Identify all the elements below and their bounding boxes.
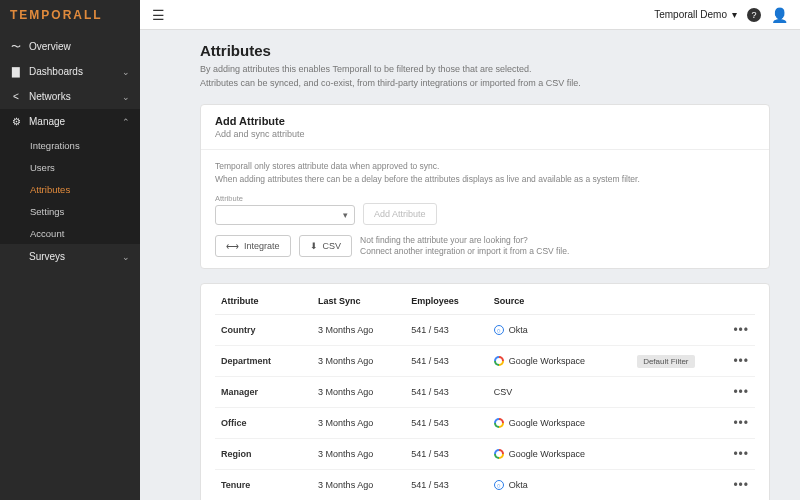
add-attribute-title: Add Attribute xyxy=(215,115,755,127)
attr-last-sync: 3 Months Ago xyxy=(312,408,405,439)
attributes-table-card: Attribute Last Sync Employees Source Cou… xyxy=(200,283,770,500)
caret-down-icon: ▾ xyxy=(732,9,737,20)
attribute-field-label: Attribute xyxy=(215,194,355,203)
attr-last-sync: 3 Months Ago xyxy=(312,315,405,346)
attr-name: Region xyxy=(215,439,312,470)
sub-users[interactable]: Users xyxy=(0,156,140,178)
nav-manage[interactable]: ⚙Manage ⌃ xyxy=(0,109,140,134)
help-icon[interactable]: ? xyxy=(747,8,761,22)
attr-employees: 541 / 543 xyxy=(405,346,488,377)
row-actions[interactable]: ••• xyxy=(727,315,755,346)
attr-last-sync: 3 Months Ago xyxy=(312,377,405,408)
nav-networks[interactable]: <Networks ⌄ xyxy=(0,84,140,109)
attr-name: Department xyxy=(215,346,312,377)
integrate-icon: ⟷ xyxy=(226,241,239,251)
nav-dashboards[interactable]: ▇Dashboards ⌄ xyxy=(0,59,140,84)
attr-employees: 541 / 543 xyxy=(405,470,488,500)
nav-surveys-label: Surveys xyxy=(29,251,65,262)
attr-last-sync: 3 Months Ago xyxy=(312,470,405,500)
th-last-sync: Last Sync xyxy=(312,288,405,315)
attributes-table: Attribute Last Sync Employees Source Cou… xyxy=(215,288,755,500)
gear-icon: ⚙ xyxy=(10,116,22,128)
row-actions[interactable]: ••• xyxy=(727,346,755,377)
chevron-up-icon: ⌃ xyxy=(122,117,130,127)
folder-icon: ▇ xyxy=(10,66,22,78)
add-attribute-card: Add Attribute Add and sync attribute Tem… xyxy=(200,104,770,269)
attr-source: Google Workspace xyxy=(488,439,631,470)
add-attribute-note: Temporall only stores attribute data whe… xyxy=(215,160,755,186)
th-source: Source xyxy=(488,288,631,315)
table-row: Office3 Months Ago541 / 543Google Worksp… xyxy=(215,408,755,439)
attr-source: Google Workspace xyxy=(488,346,631,377)
row-actions[interactable]: ••• xyxy=(727,470,755,500)
download-icon: ⬇ xyxy=(310,241,318,251)
table-row: Manager3 Months Ago541 / 543CSV••• xyxy=(215,377,755,408)
attr-last-sync: 3 Months Ago xyxy=(312,439,405,470)
page-title: Attributes xyxy=(200,42,770,59)
table-row: Tenure3 Months Ago541 / 543○Okta••• xyxy=(215,470,755,500)
attribute-select[interactable]: ▾ xyxy=(215,205,355,225)
share-icon: < xyxy=(10,91,22,103)
google-icon xyxy=(494,356,504,366)
row-actions[interactable]: ••• xyxy=(727,439,755,470)
csv-button[interactable]: ⬇CSV xyxy=(299,235,353,257)
integrate-hint: Not finding the attribute your are looki… xyxy=(360,235,569,259)
okta-icon: ○ xyxy=(494,480,504,490)
attr-employees: 541 / 543 xyxy=(405,377,488,408)
th-attribute: Attribute xyxy=(215,288,312,315)
chevron-down-icon: ⌄ xyxy=(122,67,130,77)
table-row: Department3 Months Ago541 / 543Google Wo… xyxy=(215,346,755,377)
row-actions[interactable]: ••• xyxy=(727,408,755,439)
topbar: ☰ Temporall Demo ▾ ? 👤 xyxy=(140,0,800,30)
row-actions[interactable]: ••• xyxy=(727,377,755,408)
table-row: Region3 Months Ago541 / 543Google Worksp… xyxy=(215,439,755,470)
sub-account[interactable]: Account xyxy=(0,222,140,244)
attr-employees: 541 / 543 xyxy=(405,315,488,346)
attr-name: Office xyxy=(215,408,312,439)
attr-source: ○Okta xyxy=(488,470,631,500)
okta-icon: ○ xyxy=(494,325,504,335)
nav-manage-label: Manage xyxy=(29,116,65,127)
table-row: Country3 Months Ago541 / 543○Okta••• xyxy=(215,315,755,346)
attr-name: Manager xyxy=(215,377,312,408)
default-filter-badge: Default Filter xyxy=(637,355,694,368)
nav-networks-label: Networks xyxy=(29,91,71,102)
sidebar: TEMPORALL 〜Overview ▇Dashboards ⌄ <Netwo… xyxy=(0,0,140,500)
workspace-name: Temporall Demo xyxy=(654,9,727,20)
attr-name: Tenure xyxy=(215,470,312,500)
th-employees: Employees xyxy=(405,288,488,315)
add-attribute-button[interactable]: Add Attribute xyxy=(363,203,437,225)
workspace-selector[interactable]: Temporall Demo ▾ xyxy=(654,9,737,20)
chevron-down-icon: ⌄ xyxy=(122,92,130,102)
attr-employees: 541 / 543 xyxy=(405,439,488,470)
attr-name: Country xyxy=(215,315,312,346)
attr-source: ○Okta xyxy=(488,315,631,346)
attr-employees: 541 / 543 xyxy=(405,408,488,439)
attr-source: CSV xyxy=(488,377,631,408)
page-description: By adding attributes this enables Tempor… xyxy=(200,63,770,90)
google-icon xyxy=(494,418,504,428)
surveys-icon xyxy=(10,251,22,263)
sub-integrations[interactable]: Integrations xyxy=(0,134,140,156)
nav-surveys[interactable]: Surveys ⌄ xyxy=(0,244,140,269)
attr-source: Google Workspace xyxy=(488,408,631,439)
google-icon xyxy=(494,449,504,459)
nav-dashboards-label: Dashboards xyxy=(29,66,83,77)
sub-attributes[interactable]: Attributes xyxy=(0,178,140,200)
nav-overview-label: Overview xyxy=(29,41,71,52)
brand-logo: TEMPORALL xyxy=(0,0,140,30)
attr-last-sync: 3 Months Ago xyxy=(312,346,405,377)
account-icon[interactable]: 👤 xyxy=(771,7,788,23)
menu-icon[interactable]: ☰ xyxy=(152,7,165,23)
chevron-down-icon: ⌄ xyxy=(122,252,130,262)
nav-manage-subitems: Integrations Users Attributes Settings A… xyxy=(0,134,140,244)
overview-icon: 〜 xyxy=(10,41,22,53)
add-attribute-subtitle: Add and sync attribute xyxy=(215,129,755,139)
caret-down-icon: ▾ xyxy=(343,210,348,220)
integrate-button[interactable]: ⟷Integrate xyxy=(215,235,291,257)
sub-settings[interactable]: Settings xyxy=(0,200,140,222)
nav-overview[interactable]: 〜Overview xyxy=(0,34,140,59)
